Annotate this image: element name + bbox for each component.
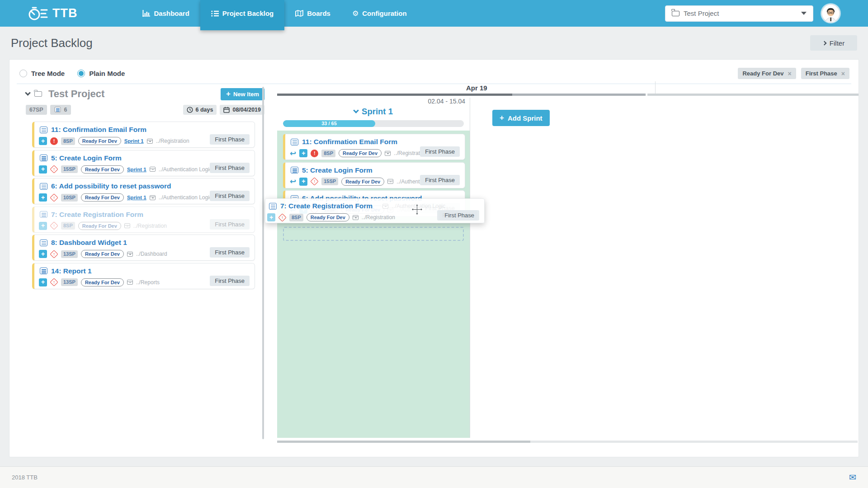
folder-icon [672, 11, 679, 16]
archive-icon [127, 252, 133, 257]
vertical-scrollbar[interactable] [262, 87, 264, 439]
sprint-link[interactable]: Sprint 1 [127, 167, 146, 172]
folder-icon [34, 91, 42, 97]
clock-icon [187, 107, 193, 113]
archive-icon [127, 280, 133, 285]
sprint-link[interactable]: Sprint 1 [124, 138, 144, 144]
timeline-period-label: Apr 19 [466, 84, 487, 92]
work-item-icon [54, 107, 61, 113]
filter-chip-ready-for-dev[interactable]: Ready For Dev [738, 68, 796, 79]
remove-from-sprint-button[interactable] [290, 178, 296, 185]
new-item-button[interactable]: New Item [221, 88, 264, 100]
add-child-button[interactable] [39, 278, 47, 286]
page-title: Project Backlog [11, 36, 93, 50]
map-icon [295, 10, 303, 17]
sprint-progress-fill: 33 / 65 [283, 120, 375, 127]
chevron-down-icon[interactable] [25, 90, 31, 96]
add-sprint-button[interactable]: Add Sprint [492, 110, 550, 126]
archive-icon [385, 151, 391, 156]
plus-icon [226, 89, 231, 99]
archive-icon [353, 215, 359, 220]
avatar[interactable] [821, 4, 840, 23]
backlog-card[interactable]: 14: Report 1 13SP Ready For Dev ../Repor… [32, 263, 255, 289]
work-item-icon [291, 167, 298, 174]
phase-badge: First Phase [210, 276, 250, 286]
project-selector[interactable]: Test Project [665, 5, 813, 22]
envelope-icon[interactable] [849, 472, 856, 483]
add-child-button[interactable] [39, 137, 47, 145]
add-child-button[interactable] [299, 178, 307, 186]
brand[interactable]: TTB [27, 5, 77, 22]
sprint-column-divider [470, 98, 470, 438]
filter-button[interactable]: Filter [810, 35, 857, 51]
tree-mode-radio[interactable]: Tree Mode [19, 70, 65, 77]
add-child-button[interactable] [39, 165, 47, 174]
backlog-card-list: 11: Confirmation Email Form 8SP Ready Fo… [18, 122, 264, 289]
sprint-link[interactable]: Sprint 1 [127, 195, 146, 200]
phase-badge: First Phase [420, 175, 460, 185]
sprint-card[interactable]: 5: Create Login Form 15SP Ready For Dev … [283, 162, 465, 188]
drop-placeholder [283, 227, 464, 241]
backlog-card[interactable]: 11: Confirmation Email Form 8SP Ready Fo… [32, 122, 255, 148]
phase-badge: First Phase [210, 247, 250, 258]
sprint-dropzone[interactable]: 11: Confirmation Email Form 8SP Ready Fo… [277, 131, 470, 438]
priority-critical-icon [311, 150, 318, 157]
chevron-right-icon [822, 41, 826, 45]
radio-unchecked-icon [19, 70, 27, 77]
page-header: Project Backlog Filter [0, 27, 868, 59]
close-icon[interactable] [788, 70, 792, 77]
priority-high-icon [50, 250, 58, 258]
priority-high-icon [50, 222, 58, 230]
nav-item-project-backlog[interactable]: Project Backlog [200, 0, 284, 30]
plus-icon [500, 113, 504, 122]
close-icon[interactable] [841, 70, 845, 77]
list-icon [211, 10, 219, 17]
phase-badge: First Phase [210, 219, 250, 230]
footer: 2018 TTB [0, 466, 868, 488]
work-item-icon [40, 155, 47, 161]
copyright: 2018 TTB [12, 474, 38, 481]
work-item-icon [269, 203, 277, 210]
add-child-button[interactable] [39, 222, 47, 230]
backlog-card[interactable]: 8: Dashboard Widget 1 13SP Ready For Dev… [32, 235, 255, 261]
work-item-icon [40, 211, 47, 218]
add-child-button[interactable] [39, 250, 47, 258]
backlog-card-ghost[interactable]: 7: Create Registration Form 8SP Ready Fo… [32, 206, 255, 233]
sprint-header[interactable]: Sprint 1 [277, 106, 470, 117]
top-navbar: TTB Dashboard Proj [0, 0, 868, 27]
archive-icon [150, 195, 156, 200]
sprint-card[interactable]: 11: Confirmation Email Form 8SP Ready Fo… [283, 134, 465, 160]
sprint-column: 02.04 - 15.04 Sprint 1 33 / 65 11: Confi… [277, 98, 470, 438]
archive-icon [150, 167, 156, 172]
horizontal-scrollbar[interactable] [277, 441, 858, 443]
add-child-button[interactable] [39, 193, 47, 202]
work-item-icon [40, 267, 47, 274]
priority-high-icon [50, 278, 58, 286]
backlog-card[interactable]: 5: Create Login Form 15SP Ready For Dev … [32, 150, 255, 176]
priority-high-icon [278, 214, 286, 221]
nav-right: Test Project [665, 4, 840, 23]
priority-high-icon [50, 194, 58, 202]
add-child-button[interactable] [299, 149, 307, 157]
sprint-progress: 33 / 65 [283, 120, 464, 127]
bar-chart-icon [142, 10, 150, 17]
work-item-icon [40, 239, 47, 246]
nav-item-configuration[interactable]: ⚙ Configuration [341, 0, 418, 27]
remove-from-sprint-button[interactable] [290, 150, 296, 157]
backlog-card[interactable]: 6: Add possibility to reset password 10S… [32, 178, 255, 204]
phase-badge: First Phase [420, 146, 460, 157]
app-screen: TTB Dashboard Proj [0, 0, 868, 488]
add-child-button [267, 213, 275, 221]
move-cursor-icon [411, 203, 423, 216]
priority-high-icon [50, 165, 58, 173]
nav-item-dashboard[interactable]: Dashboard [132, 0, 200, 27]
plain-mode-radio[interactable]: Plain Mode [77, 70, 125, 77]
timeline-track [277, 94, 859, 96]
priority-critical-icon [50, 137, 58, 145]
dragged-card[interactable]: 7: Create Registration Form ../Authentic… [265, 198, 485, 223]
nav-item-boards[interactable]: Boards [284, 0, 341, 27]
calendar-icon [223, 107, 230, 113]
project-selector-value: Test Project [684, 9, 797, 17]
filter-chip-first-phase[interactable]: First Phase [801, 68, 849, 79]
project-meta: 67SP 6 6 days [18, 104, 264, 115]
